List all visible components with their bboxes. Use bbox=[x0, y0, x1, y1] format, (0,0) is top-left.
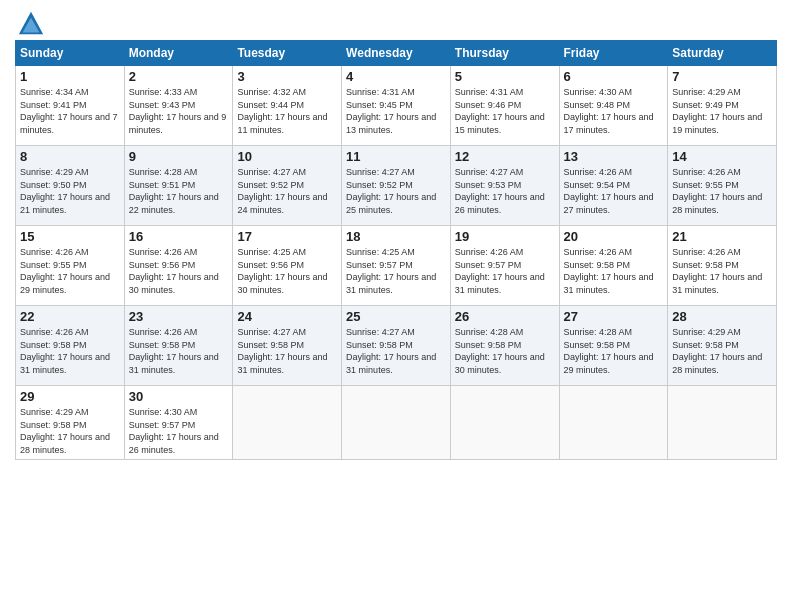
calendar-cell: 3Sunrise: 4:32 AMSunset: 9:44 PMDaylight… bbox=[233, 66, 342, 146]
weekday-header-wednesday: Wednesday bbox=[342, 41, 451, 66]
calendar-table: SundayMondayTuesdayWednesdayThursdayFrid… bbox=[15, 40, 777, 460]
day-number: 26 bbox=[455, 309, 555, 324]
calendar-cell bbox=[342, 386, 451, 460]
day-info: Sunrise: 4:27 AMSunset: 9:58 PMDaylight:… bbox=[237, 326, 337, 376]
day-number: 10 bbox=[237, 149, 337, 164]
calendar-cell: 9Sunrise: 4:28 AMSunset: 9:51 PMDaylight… bbox=[124, 146, 233, 226]
calendar-cell: 29Sunrise: 4:29 AMSunset: 9:58 PMDayligh… bbox=[16, 386, 125, 460]
weekday-header-thursday: Thursday bbox=[450, 41, 559, 66]
day-info: Sunrise: 4:26 AMSunset: 9:58 PMDaylight:… bbox=[20, 326, 120, 376]
day-number: 11 bbox=[346, 149, 446, 164]
day-number: 20 bbox=[564, 229, 664, 244]
day-info: Sunrise: 4:26 AMSunset: 9:58 PMDaylight:… bbox=[672, 246, 772, 296]
calendar-cell: 17Sunrise: 4:25 AMSunset: 9:56 PMDayligh… bbox=[233, 226, 342, 306]
day-number: 12 bbox=[455, 149, 555, 164]
day-info: Sunrise: 4:30 AMSunset: 9:48 PMDaylight:… bbox=[564, 86, 664, 136]
day-info: Sunrise: 4:25 AMSunset: 9:57 PMDaylight:… bbox=[346, 246, 446, 296]
day-number: 3 bbox=[237, 69, 337, 84]
calendar-cell: 18Sunrise: 4:25 AMSunset: 9:57 PMDayligh… bbox=[342, 226, 451, 306]
calendar-cell: 25Sunrise: 4:27 AMSunset: 9:58 PMDayligh… bbox=[342, 306, 451, 386]
day-number: 28 bbox=[672, 309, 772, 324]
day-info: Sunrise: 4:26 AMSunset: 9:57 PMDaylight:… bbox=[455, 246, 555, 296]
calendar-cell: 10Sunrise: 4:27 AMSunset: 9:52 PMDayligh… bbox=[233, 146, 342, 226]
day-info: Sunrise: 4:28 AMSunset: 9:58 PMDaylight:… bbox=[564, 326, 664, 376]
calendar-cell: 21Sunrise: 4:26 AMSunset: 9:58 PMDayligh… bbox=[668, 226, 777, 306]
day-number: 27 bbox=[564, 309, 664, 324]
calendar-cell: 30Sunrise: 4:30 AMSunset: 9:57 PMDayligh… bbox=[124, 386, 233, 460]
day-info: Sunrise: 4:29 AMSunset: 9:50 PMDaylight:… bbox=[20, 166, 120, 216]
day-number: 16 bbox=[129, 229, 229, 244]
day-number: 29 bbox=[20, 389, 120, 404]
calendar-cell: 8Sunrise: 4:29 AMSunset: 9:50 PMDaylight… bbox=[16, 146, 125, 226]
calendar-cell: 22Sunrise: 4:26 AMSunset: 9:58 PMDayligh… bbox=[16, 306, 125, 386]
day-info: Sunrise: 4:27 AMSunset: 9:58 PMDaylight:… bbox=[346, 326, 446, 376]
day-number: 15 bbox=[20, 229, 120, 244]
day-info: Sunrise: 4:27 AMSunset: 9:52 PMDaylight:… bbox=[237, 166, 337, 216]
weekday-header-friday: Friday bbox=[559, 41, 668, 66]
day-info: Sunrise: 4:32 AMSunset: 9:44 PMDaylight:… bbox=[237, 86, 337, 136]
calendar-cell: 1Sunrise: 4:34 AMSunset: 9:41 PMDaylight… bbox=[16, 66, 125, 146]
weekday-header-tuesday: Tuesday bbox=[233, 41, 342, 66]
calendar-cell: 6Sunrise: 4:30 AMSunset: 9:48 PMDaylight… bbox=[559, 66, 668, 146]
day-number: 1 bbox=[20, 69, 120, 84]
calendar-cell: 28Sunrise: 4:29 AMSunset: 9:58 PMDayligh… bbox=[668, 306, 777, 386]
day-number: 19 bbox=[455, 229, 555, 244]
day-number: 9 bbox=[129, 149, 229, 164]
day-number: 22 bbox=[20, 309, 120, 324]
calendar-cell: 14Sunrise: 4:26 AMSunset: 9:55 PMDayligh… bbox=[668, 146, 777, 226]
day-info: Sunrise: 4:26 AMSunset: 9:55 PMDaylight:… bbox=[672, 166, 772, 216]
logo-icon bbox=[17, 10, 45, 38]
day-number: 30 bbox=[129, 389, 229, 404]
calendar-cell: 12Sunrise: 4:27 AMSunset: 9:53 PMDayligh… bbox=[450, 146, 559, 226]
day-info: Sunrise: 4:26 AMSunset: 9:56 PMDaylight:… bbox=[129, 246, 229, 296]
calendar-cell bbox=[559, 386, 668, 460]
day-info: Sunrise: 4:29 AMSunset: 9:58 PMDaylight:… bbox=[672, 326, 772, 376]
calendar-cell bbox=[233, 386, 342, 460]
calendar-cell: 26Sunrise: 4:28 AMSunset: 9:58 PMDayligh… bbox=[450, 306, 559, 386]
day-info: Sunrise: 4:33 AMSunset: 9:43 PMDaylight:… bbox=[129, 86, 229, 136]
day-info: Sunrise: 4:28 AMSunset: 9:51 PMDaylight:… bbox=[129, 166, 229, 216]
calendar-cell: 7Sunrise: 4:29 AMSunset: 9:49 PMDaylight… bbox=[668, 66, 777, 146]
day-number: 6 bbox=[564, 69, 664, 84]
day-number: 21 bbox=[672, 229, 772, 244]
day-number: 14 bbox=[672, 149, 772, 164]
calendar-cell: 16Sunrise: 4:26 AMSunset: 9:56 PMDayligh… bbox=[124, 226, 233, 306]
calendar-cell: 20Sunrise: 4:26 AMSunset: 9:58 PMDayligh… bbox=[559, 226, 668, 306]
day-number: 23 bbox=[129, 309, 229, 324]
day-info: Sunrise: 4:27 AMSunset: 9:52 PMDaylight:… bbox=[346, 166, 446, 216]
day-number: 13 bbox=[564, 149, 664, 164]
calendar-cell: 2Sunrise: 4:33 AMSunset: 9:43 PMDaylight… bbox=[124, 66, 233, 146]
calendar-cell bbox=[668, 386, 777, 460]
calendar-cell bbox=[450, 386, 559, 460]
weekday-header-saturday: Saturday bbox=[668, 41, 777, 66]
day-number: 8 bbox=[20, 149, 120, 164]
logo bbox=[15, 10, 45, 32]
calendar-cell: 4Sunrise: 4:31 AMSunset: 9:45 PMDaylight… bbox=[342, 66, 451, 146]
day-info: Sunrise: 4:29 AMSunset: 9:49 PMDaylight:… bbox=[672, 86, 772, 136]
day-number: 18 bbox=[346, 229, 446, 244]
day-info: Sunrise: 4:26 AMSunset: 9:55 PMDaylight:… bbox=[20, 246, 120, 296]
day-number: 5 bbox=[455, 69, 555, 84]
day-info: Sunrise: 4:34 AMSunset: 9:41 PMDaylight:… bbox=[20, 86, 120, 136]
day-info: Sunrise: 4:26 AMSunset: 9:58 PMDaylight:… bbox=[564, 246, 664, 296]
page: SundayMondayTuesdayWednesdayThursdayFrid… bbox=[0, 0, 792, 612]
weekday-header-sunday: Sunday bbox=[16, 41, 125, 66]
day-info: Sunrise: 4:31 AMSunset: 9:46 PMDaylight:… bbox=[455, 86, 555, 136]
day-number: 17 bbox=[237, 229, 337, 244]
header bbox=[15, 10, 777, 32]
day-info: Sunrise: 4:31 AMSunset: 9:45 PMDaylight:… bbox=[346, 86, 446, 136]
day-info: Sunrise: 4:30 AMSunset: 9:57 PMDaylight:… bbox=[129, 406, 229, 456]
day-info: Sunrise: 4:27 AMSunset: 9:53 PMDaylight:… bbox=[455, 166, 555, 216]
calendar-cell: 23Sunrise: 4:26 AMSunset: 9:58 PMDayligh… bbox=[124, 306, 233, 386]
day-info: Sunrise: 4:28 AMSunset: 9:58 PMDaylight:… bbox=[455, 326, 555, 376]
calendar-cell: 24Sunrise: 4:27 AMSunset: 9:58 PMDayligh… bbox=[233, 306, 342, 386]
calendar-cell: 19Sunrise: 4:26 AMSunset: 9:57 PMDayligh… bbox=[450, 226, 559, 306]
day-info: Sunrise: 4:25 AMSunset: 9:56 PMDaylight:… bbox=[237, 246, 337, 296]
day-number: 4 bbox=[346, 69, 446, 84]
calendar-cell: 27Sunrise: 4:28 AMSunset: 9:58 PMDayligh… bbox=[559, 306, 668, 386]
calendar-cell: 11Sunrise: 4:27 AMSunset: 9:52 PMDayligh… bbox=[342, 146, 451, 226]
calendar-cell: 13Sunrise: 4:26 AMSunset: 9:54 PMDayligh… bbox=[559, 146, 668, 226]
day-number: 24 bbox=[237, 309, 337, 324]
calendar-cell: 15Sunrise: 4:26 AMSunset: 9:55 PMDayligh… bbox=[16, 226, 125, 306]
calendar-cell: 5Sunrise: 4:31 AMSunset: 9:46 PMDaylight… bbox=[450, 66, 559, 146]
